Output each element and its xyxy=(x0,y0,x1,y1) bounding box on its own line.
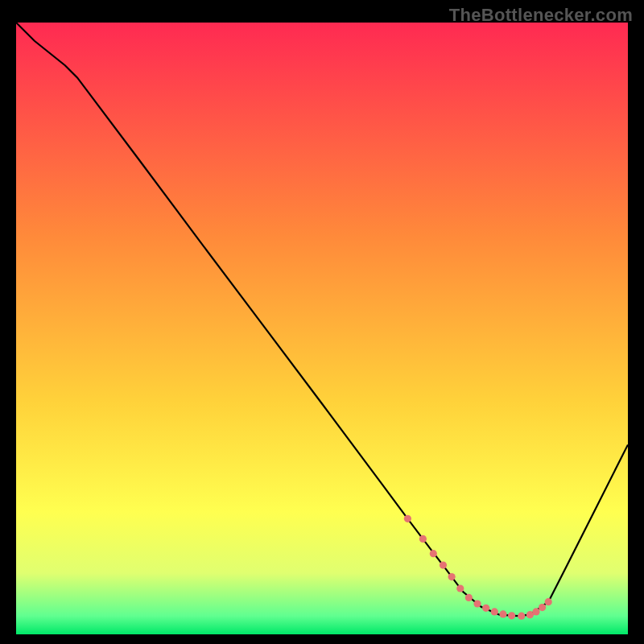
bottleneck-chart xyxy=(16,23,628,634)
highlight-marker xyxy=(440,562,447,569)
highlight-marker xyxy=(508,612,515,619)
chart-container xyxy=(16,23,628,634)
highlight-marker xyxy=(482,605,489,612)
highlight-marker xyxy=(499,610,506,617)
watermark-text: TheBottlenecker.com xyxy=(449,5,633,26)
highlight-marker xyxy=(465,594,473,601)
highlight-marker xyxy=(448,573,456,580)
highlight-marker xyxy=(473,600,481,607)
highlight-marker xyxy=(491,608,498,615)
highlight-marker xyxy=(430,550,437,557)
highlight-marker xyxy=(532,608,539,615)
highlight-marker xyxy=(539,604,546,611)
highlight-marker xyxy=(518,613,525,620)
gradient-background xyxy=(16,23,628,634)
highlight-marker xyxy=(456,584,464,592)
highlight-marker xyxy=(404,515,411,522)
highlight-marker xyxy=(419,535,427,543)
highlight-marker xyxy=(545,598,552,605)
